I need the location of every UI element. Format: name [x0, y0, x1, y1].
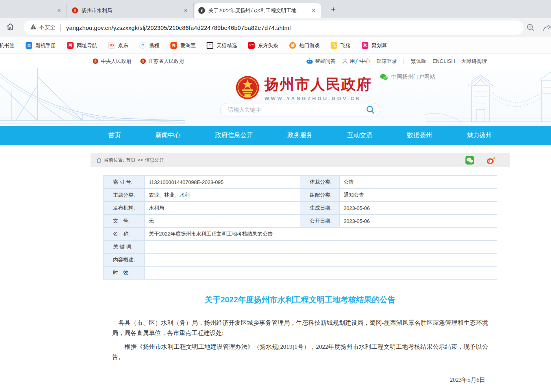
- tab-close-icon[interactable]: ✕: [55, 7, 63, 14]
- meta-label: 索 引 号:: [104, 176, 145, 189]
- security-label: 不安全: [39, 24, 55, 31]
- tab-close-icon[interactable]: ✕: [182, 7, 189, 14]
- mail-login-link[interactable]: 邮箱登录: [377, 58, 397, 65]
- meta-value: 2023-05-06: [340, 215, 497, 228]
- tab-0[interactable]: ✕: [0, 3, 67, 18]
- table-row: 时 效:: [104, 267, 497, 280]
- banner-artwork-bridge: [0, 68, 185, 126]
- user-center-label: 用户中心: [350, 58, 370, 65]
- nav-news[interactable]: 新闻中心: [155, 131, 181, 140]
- meta-value: 2023-05-06: [340, 202, 497, 215]
- english-link[interactable]: ENGLISH: [433, 58, 455, 64]
- article-title: 关于2022年度扬州市水利工程文明工地考核结果的公告: [91, 294, 510, 305]
- user-center-link[interactable]: 用户中心: [342, 58, 370, 65]
- address-bar: 不安全 yangzhou.gov.cn/yzszxxgk/slj/202305/…: [0, 18, 551, 37]
- bookmark-label: 新机手册: [35, 42, 56, 49]
- tmall-icon: T: [207, 42, 213, 49]
- nav-data[interactable]: 数据扬州: [407, 131, 432, 140]
- site-nav-icon: 网: [67, 42, 74, 49]
- bookmark-label: 京东: [118, 42, 128, 49]
- meta-label: 关 键 词:: [104, 241, 145, 254]
- bookmark-item[interactable]: 淘 爱淘宝: [165, 42, 201, 49]
- document-meta-table: 索 引 号: 11321000014407098E-2023-095 体裁分类:…: [103, 175, 497, 280]
- breadcrumb-separator: >>: [137, 157, 143, 163]
- meta-value: 通知公告: [340, 189, 497, 202]
- bookmark-item[interactable]: 飞 飞猪: [325, 42, 356, 49]
- meta-label: 主题分类:: [104, 189, 145, 202]
- meta-value: [145, 267, 497, 280]
- breadcrumb-home[interactable]: 首页: [126, 157, 135, 164]
- weibo-share-icon[interactable]: [486, 156, 496, 165]
- search-input[interactable]: [228, 107, 366, 113]
- url-text: yangzhou.gov.cn/yzszxxgk/slj/202305/210c…: [66, 24, 291, 31]
- meta-label: 组配分类:: [300, 189, 340, 202]
- bookmark-item[interactable]: 聚 聚划算: [356, 42, 392, 49]
- smart-qa-link[interactable]: 智能问答: [306, 58, 336, 65]
- nav-info-disclosure[interactable]: 政府信息公开: [215, 131, 253, 140]
- meta-label: 名 称:: [104, 228, 145, 241]
- zoom-out-icon[interactable]: [526, 23, 535, 34]
- nav-home[interactable]: 首页: [108, 131, 121, 140]
- share-icon[interactable]: [542, 23, 551, 34]
- portal-label: 中国扬州门户网站: [391, 74, 435, 81]
- bookmark-item[interactable]: 机书签: [0, 42, 20, 49]
- meta-label: 公开日期:: [300, 215, 340, 228]
- bookmark-label: 东方头条: [258, 42, 278, 49]
- games-icon: 游: [289, 42, 296, 49]
- gov-link-label: 江苏省人民政府: [148, 58, 184, 65]
- meta-value: 农业、林业、水利: [145, 189, 300, 202]
- home-icon[interactable]: [6, 22, 15, 33]
- bookmark-label: 爱淘宝: [180, 42, 196, 49]
- meta-label: 发布机构:: [104, 202, 145, 215]
- central-gov-link[interactable]: 中央人民政府: [92, 58, 131, 65]
- bookmark-item[interactable]: 东方 东方头条: [242, 42, 284, 49]
- jiangsu-gov-link[interactable]: 江苏省人民政府: [140, 58, 184, 65]
- site-banner: 扬州市人民政府 WWW.YANGZHOU.GOV.CN 中国扬州门户网站: [0, 68, 551, 126]
- nav-interaction[interactable]: 互动交流: [347, 131, 372, 140]
- bookmark-item[interactable]: 游 热门游戏: [284, 42, 325, 49]
- article-paragraph: 根据《扬州市水利工程文明工地建设管理办法》（扬水规[2019]1号），2022年…: [112, 342, 488, 362]
- robot-icon: [306, 58, 313, 64]
- divider: |: [403, 58, 405, 64]
- portal-link[interactable]: 中国扬州门户网站: [380, 74, 435, 81]
- tab-1[interactable]: 扬州市水利局 ✕: [68, 3, 194, 18]
- nav-services[interactable]: 政务服务: [287, 131, 312, 140]
- meta-label: 生成日期:: [300, 202, 340, 215]
- url-box[interactable]: 不安全 yangzhou.gov.cn/yzszxxgk/slj/202305/…: [24, 20, 523, 35]
- bookmark-label: 飞猪: [340, 42, 351, 49]
- home-icon: [96, 158, 102, 163]
- traditional-link[interactable]: 繁体版: [411, 58, 426, 65]
- bookmark-item[interactable]: JD 京东: [103, 42, 134, 49]
- meta-label: 体裁分类:: [300, 176, 340, 189]
- meta-label: 内容概述:: [104, 254, 145, 267]
- meta-value: 无: [145, 215, 300, 228]
- accessibility-label: 无障碍阅读: [461, 58, 487, 65]
- bookmark-item[interactable]: 网 网址导航: [61, 42, 103, 49]
- table-row: 主题分类: 农业、林业、水利 组配分类: 通知公告: [104, 189, 497, 202]
- warning-icon: [30, 24, 37, 31]
- bookmark-item[interactable]: T 天猫精选: [201, 42, 242, 49]
- tab-title: 关于2022年度扬州市水利工程文明工地: [208, 7, 307, 14]
- wechat-share-icon[interactable]: [465, 156, 474, 165]
- breadcrumb: 当前位置: 首页 >> 信息公开: [91, 153, 510, 167]
- nav-charm[interactable]: 魅力扬州: [467, 131, 492, 140]
- search-button[interactable]: [366, 105, 375, 114]
- meta-label: 文 号:: [104, 215, 145, 228]
- table-row: 发布机构: 水利局 生成日期: 2023-05-06: [104, 202, 497, 215]
- bookmark-item[interactable]: ▤ 新机手册: [20, 42, 61, 49]
- taobao-icon: 淘: [170, 42, 177, 49]
- browser-e-favicon: e: [198, 7, 205, 14]
- new-tab-button[interactable]: +: [327, 4, 339, 16]
- bookmark-item[interactable]: C 携程: [134, 42, 165, 49]
- search-box: [220, 103, 380, 116]
- site-logo[interactable]: 扬州市人民政府 WWW.YANGZHOU.GOV.CN: [235, 75, 372, 101]
- tab-close-icon[interactable]: ✕: [310, 7, 317, 14]
- bookmark-label: 聚划算: [372, 42, 387, 49]
- tab-2-active[interactable]: e 关于2022年度扬州市水利工程文明工地 ✕: [194, 3, 321, 18]
- bookmarks-bar: 机书签 ▤ 新机手册 网 网址导航 JD 京东 C 携程 淘 爱淘宝 T 天猫精…: [0, 37, 551, 54]
- breadcrumb-current[interactable]: 信息公开: [145, 157, 164, 164]
- accessibility-link[interactable]: 无障碍阅读: [461, 58, 487, 65]
- bookmark-label: 网址导航: [77, 42, 97, 49]
- table-row: 文 号: 无 公开日期: 2023-05-06: [104, 215, 497, 228]
- english-label: ENGLISH: [433, 58, 455, 64]
